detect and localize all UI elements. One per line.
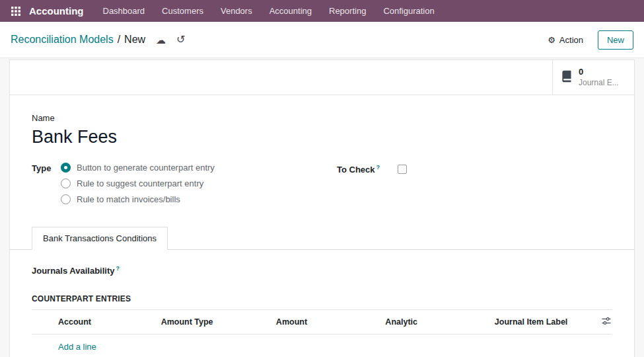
- form-columns: Type Button to generate counterpart entr…: [32, 163, 612, 204]
- journals-availability-field: Journals Availability?: [32, 264, 612, 276]
- help-icon: ?: [376, 164, 380, 171]
- breadcrumb-current: New: [124, 34, 145, 46]
- help-icon: ?: [116, 265, 120, 272]
- journal-entries-stat-button[interactable]: 0 Journal E...: [552, 60, 634, 95]
- control-panel-actions: ⚙ Action New: [544, 30, 633, 50]
- form-sheet: 0 Journal E... Name Bank Fees Type: [9, 60, 635, 357]
- radio-button-checked-icon[interactable]: [61, 163, 71, 173]
- control-panel: Reconciliation Models / New ☁ ↺ ⚙ Action…: [0, 22, 644, 58]
- counterpart-entries-section-title: COUNTERPART ENTRIES: [32, 294, 612, 310]
- nav-item-customers[interactable]: Customers: [153, 0, 212, 22]
- journal-entries-label: Journal E...: [579, 78, 619, 89]
- name-field: Name Bank Fees: [32, 112, 612, 147]
- to-check-checkbox[interactable]: [398, 165, 407, 174]
- nav-item-reporting[interactable]: Reporting: [320, 0, 375, 22]
- type-option-label: Rule to match invoices/bills: [77, 194, 180, 204]
- notebook-tabs: Bank Transactions Conditions: [10, 226, 634, 250]
- type-option-suggest-counterpart[interactable]: Rule to suggest counterpart entry: [61, 178, 215, 188]
- tab-content: Journals Availability? COUNTERPART ENTRI…: [32, 250, 612, 352]
- type-option-generate-counterpart[interactable]: Button to generate counterpart entry: [61, 163, 215, 173]
- add-a-line-link[interactable]: Add a line: [58, 342, 96, 352]
- column-header-options: [590, 310, 612, 335]
- top-nav: Accounting Dashboard Customers Vendors A…: [0, 0, 644, 22]
- name-field-label: Name: [32, 113, 55, 123]
- nav-item-dashboard[interactable]: Dashboard: [94, 0, 154, 22]
- grid-icon: [11, 7, 20, 16]
- gear-icon: ⚙: [548, 36, 555, 44]
- breadcrumb-parent-link[interactable]: Reconciliation Models: [11, 34, 114, 46]
- name-field-value[interactable]: Bank Fees: [32, 127, 612, 147]
- app-title: Accounting: [29, 5, 84, 17]
- type-option-label: Rule to suggest counterpart entry: [77, 178, 203, 188]
- column-header-journal-item-label: Journal Item Label: [492, 310, 590, 335]
- type-radio-group: Button to generate counterpart entry Rul…: [61, 163, 215, 204]
- column-header-account: Account: [32, 310, 159, 335]
- odoo-window: Accounting Dashboard Customers Vendors A…: [0, 0, 644, 357]
- column-header-analytic: Analytic: [382, 310, 492, 335]
- type-option-label: Button to generate counterpart entry: [77, 163, 215, 173]
- action-label: Action: [559, 35, 583, 45]
- journal-book-icon: [559, 69, 573, 85]
- to-check-label: To Check?: [337, 164, 380, 175]
- nav-item-accounting[interactable]: Accounting: [261, 0, 320, 22]
- type-field-label: Type: [32, 163, 61, 204]
- save-cloud-icon[interactable]: ☁: [156, 35, 166, 45]
- optional-columns-icon[interactable]: [602, 317, 611, 327]
- to-check-field: To Check?: [337, 163, 407, 204]
- column-header-amount-type: Amount Type: [159, 310, 273, 335]
- nav-item-configuration[interactable]: Configuration: [375, 0, 443, 22]
- counterpart-entries-table: Account Amount Type Amount Analytic Jour…: [32, 310, 612, 335]
- new-button[interactable]: New: [598, 30, 633, 50]
- discard-undo-icon[interactable]: ↺: [176, 34, 185, 45]
- type-option-match-invoices[interactable]: Rule to match invoices/bills: [61, 194, 215, 204]
- form-statusbar: 0 Journal E...: [10, 60, 634, 95]
- table-header-row: Account Amount Type Amount Analytic Jour…: [32, 310, 612, 335]
- column-header-amount: Amount: [273, 310, 383, 335]
- radio-button-icon[interactable]: [61, 194, 71, 204]
- form-body: Name Bank Fees Type Button to generate c…: [10, 95, 634, 357]
- journals-availability-label: Journals Availability?: [32, 266, 120, 276]
- type-field: Type Button to generate counterpart entr…: [32, 163, 337, 204]
- action-menu-button[interactable]: ⚙ Action: [544, 34, 587, 46]
- apps-menu-icon[interactable]: [5, 7, 26, 16]
- tab-bank-transactions-conditions[interactable]: Bank Transactions Conditions: [32, 227, 168, 250]
- journal-entries-count: 0: [579, 67, 619, 78]
- nav-item-vendors[interactable]: Vendors: [212, 0, 261, 22]
- breadcrumb-separator: /: [118, 34, 120, 46]
- stat-button-text: 0 Journal E...: [579, 67, 619, 88]
- radio-button-icon[interactable]: [61, 178, 71, 188]
- content-area: 0 Journal E... Name Bank Fees Type: [0, 58, 644, 357]
- breadcrumb: Reconciliation Models / New ☁ ↺: [11, 34, 186, 46]
